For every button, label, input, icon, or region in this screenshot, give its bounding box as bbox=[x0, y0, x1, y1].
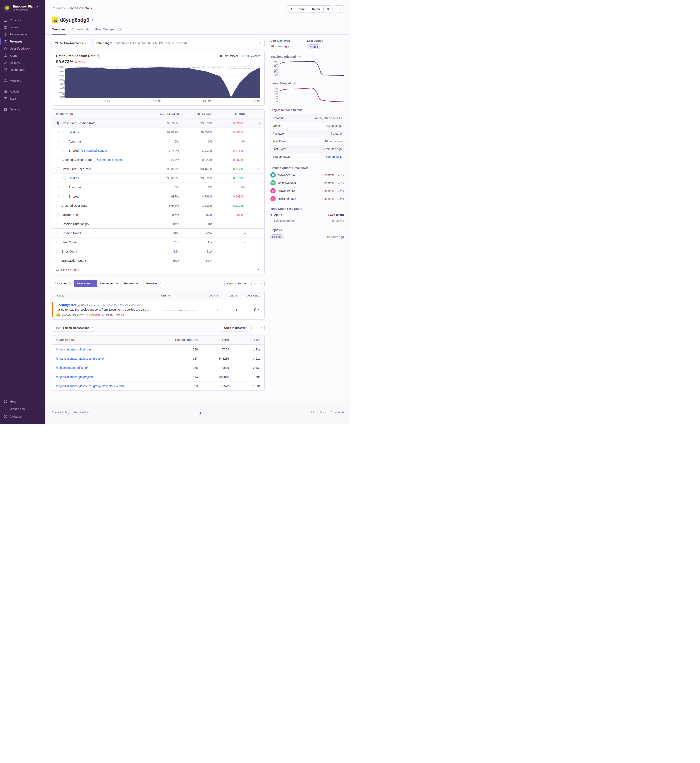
sidebar-item-projects[interactable]: Projects bbox=[0, 17, 45, 24]
metric-radio[interactable] bbox=[56, 167, 59, 170]
tab-all-issues[interactable]: All Issues90 bbox=[52, 280, 74, 287]
tab-resolved[interactable]: Resolved0 bbox=[144, 280, 164, 287]
sidebar-item-activity[interactable]: Activity bbox=[0, 88, 45, 95]
help-tooltip-icon[interactable]: ? bbox=[97, 55, 100, 58]
older-release-button[interactable]: Older bbox=[295, 6, 309, 13]
change-value: 0.093% ↓ bbox=[212, 122, 245, 125]
metric-radio[interactable] bbox=[63, 195, 66, 198]
open-in-issues-button[interactable]: Open in Issues bbox=[224, 280, 249, 287]
prod-deploy-badge[interactable]: prod bbox=[270, 235, 284, 239]
tab-commits[interactable]: Commits 4 bbox=[72, 28, 90, 34]
org-meta: Empower Plant Jane Schmidt bbox=[13, 5, 39, 11]
detail-row-source-maps: Source Maps 899 artifacts bbox=[270, 153, 344, 160]
metric-radio[interactable] bbox=[63, 186, 66, 189]
sidebar-item-help[interactable]: Help bbox=[0, 398, 45, 405]
sidebar: Empower Plant Jane Schmidt Projects Issu… bbox=[0, 0, 45, 424]
sidebar-item-issues[interactable]: Issues bbox=[0, 24, 45, 31]
sidebar-collapse-button[interactable]: Collapse bbox=[0, 413, 45, 420]
legend-label: This Release bbox=[223, 55, 239, 58]
detail-row-last-event: Last Event 36 minutes ago bbox=[270, 145, 344, 153]
detail-row-first-event: First Event 16 hours ago bbox=[270, 137, 344, 145]
transaction-link[interactable]: /organizations/:orgId/projects/ bbox=[56, 375, 94, 378]
tpm-value: 10.0865 bbox=[198, 375, 229, 378]
metric-radio[interactable] bbox=[56, 213, 59, 216]
sidebar-item-monitors[interactable]: Monitors bbox=[0, 77, 45, 84]
sidebar-item-releases[interactable]: Releases bbox=[0, 38, 45, 45]
transaction-link[interactable]: /organizations/:orgId/issues/:groupId/ev… bbox=[56, 385, 124, 388]
contribute-link[interactable]: Contribute bbox=[331, 411, 344, 414]
metric-radio[interactable] bbox=[56, 241, 59, 244]
metric-radio[interactable] bbox=[56, 259, 59, 262]
sidebar-item-performance[interactable]: Performance bbox=[0, 31, 45, 38]
chevron-down-icon bbox=[259, 42, 261, 44]
next-page-button[interactable] bbox=[258, 280, 264, 287]
ellipsis-icon bbox=[338, 9, 341, 9]
help-tooltip-icon[interactable]: ? bbox=[297, 55, 301, 58]
sidebar-item-discover[interactable]: Discover bbox=[0, 59, 45, 66]
sidebar-item-user-feedback[interactable]: User Feedback bbox=[0, 45, 45, 52]
environment-selector[interactable]: All Environments bbox=[52, 39, 90, 47]
sidebar-item-whats-new[interactable]: What's new bbox=[0, 405, 45, 413]
metric-radio[interactable] bbox=[63, 177, 66, 180]
transaction-link[interactable]: /onboarding/:orgId/:step/ bbox=[56, 366, 88, 369]
sessions-adopted-section: Sessions Adopted ? 100% 80% 60% 40% 20% … bbox=[270, 55, 344, 76]
hide-others-button[interactable]: Hide 4 Others bbox=[52, 265, 264, 274]
metric-radio[interactable] bbox=[63, 140, 66, 143]
metric-radio[interactable] bbox=[56, 158, 59, 161]
prod-deploy-badge[interactable]: prod bbox=[307, 44, 320, 49]
unhandled-issues-link[interactable]: (26 unhandled issues) bbox=[94, 158, 123, 161]
transaction-link[interactable]: /organizations/:orgId/issues/:groupId/ bbox=[56, 357, 104, 360]
more-options-button[interactable] bbox=[334, 5, 344, 13]
terms-of-use-link[interactable]: Terms of Use bbox=[74, 411, 91, 414]
source-maps-link[interactable]: 899 artifacts bbox=[326, 155, 342, 158]
sidebar-item-label: Releases bbox=[10, 40, 22, 43]
tab-files-changed[interactable]: Files Changed 11 bbox=[95, 28, 122, 34]
prev-page-button[interactable] bbox=[252, 325, 258, 331]
breadcrumb-releases[interactable]: Releases bbox=[52, 6, 65, 10]
sidebar-item-dashboards[interactable]: Dashboards bbox=[0, 66, 45, 73]
tab-overview[interactable]: Overview bbox=[52, 28, 66, 34]
tab-new-issues[interactable]: New Issues1 bbox=[74, 280, 97, 287]
next-page-button[interactable] bbox=[258, 325, 264, 331]
newer-release-button[interactable]: Newer bbox=[309, 6, 323, 13]
date-range-value: Entire Release Period (Apr 05, 4:58 PM -… bbox=[114, 41, 187, 45]
sidebar-item-alerts[interactable]: Alerts bbox=[0, 52, 45, 59]
oldest-release-button[interactable] bbox=[286, 6, 295, 13]
transaction-link[interactable]: /organizations/:orgId/issues/ bbox=[56, 348, 92, 351]
help-tooltip-icon[interactable]: ? bbox=[293, 82, 296, 85]
tab-unhandled[interactable]: Unhandled26 bbox=[97, 280, 122, 287]
metric-radio[interactable] bbox=[56, 222, 59, 226]
transaction-filter-selector[interactable]: Filter: Failing Transactions bbox=[52, 324, 96, 331]
handled-issues-link[interactable]: (68 handled issues) bbox=[81, 149, 107, 152]
metric-radio[interactable] bbox=[56, 231, 59, 235]
metric-radio[interactable] bbox=[56, 204, 59, 207]
docs-link[interactable]: Docs bbox=[320, 411, 326, 414]
collapse-row-button[interactable] bbox=[258, 122, 260, 124]
privacy-policy-link[interactable]: Privacy Policy bbox=[52, 411, 69, 414]
date-range-selector[interactable]: Date Range: Entire Release Period (Apr 0… bbox=[92, 39, 264, 47]
newest-release-button[interactable] bbox=[323, 6, 332, 13]
metric-radio[interactable] bbox=[56, 122, 59, 125]
tab-count: 1 bbox=[139, 282, 141, 285]
tab-regressed[interactable]: Regressed1 bbox=[122, 280, 144, 287]
prev-page-button[interactable] bbox=[252, 280, 258, 287]
issue-link[interactable]: SecurityError bbox=[56, 303, 77, 307]
failing-transactions-panel: TRANSACTION FAILURE_COUNT() TPM() P50() … bbox=[52, 335, 264, 391]
collapse-row-button[interactable] bbox=[258, 168, 260, 170]
failure-count-value: 83 bbox=[166, 385, 198, 388]
assignee-selector[interactable] bbox=[237, 308, 260, 312]
metric-radio[interactable] bbox=[63, 131, 66, 134]
chevron-down-icon bbox=[85, 42, 87, 44]
metric-radio[interactable] bbox=[56, 250, 59, 253]
tab-label: Overview bbox=[52, 28, 66, 31]
copy-icon[interactable] bbox=[91, 18, 95, 22]
api-link[interactable]: API bbox=[311, 411, 315, 414]
metric-radio[interactable] bbox=[63, 149, 66, 152]
org-switcher[interactable]: Empower Plant Jane Schmidt bbox=[0, 0, 45, 16]
tpm-value: 44.8236 bbox=[198, 357, 229, 360]
sidebar-item-settings[interactable]: Settings bbox=[0, 106, 45, 113]
open-in-discover-button[interactable]: Open in Discover bbox=[221, 324, 249, 331]
sidebar-item-stats[interactable]: Stats bbox=[0, 95, 45, 102]
session-rate-chart[interactable]: Release Created bbox=[65, 66, 260, 99]
transactions-pager bbox=[252, 325, 264, 331]
